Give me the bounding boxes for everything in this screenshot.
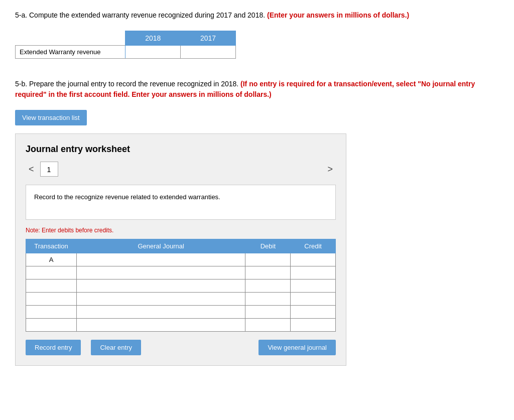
- note-text: Note: Enter debits before credits.: [26, 227, 336, 234]
- worksheet-title: Journal entry worksheet: [26, 144, 336, 155]
- description-box: Record to the recognize revenue related …: [26, 185, 336, 220]
- debit-input-4[interactable]: [247, 309, 288, 316]
- revenue-2017-cell[interactable]: [181, 46, 236, 59]
- debit-cell-2[interactable]: [245, 279, 291, 293]
- debit-input-2[interactable]: [247, 283, 288, 290]
- table-row: [26, 279, 336, 293]
- credit-cell-4[interactable]: [291, 306, 336, 319]
- transaction-cell-3: [26, 293, 77, 306]
- table-row: [26, 306, 336, 319]
- revenue-2018-cell[interactable]: [125, 46, 181, 59]
- credit-cell-2[interactable]: [291, 279, 336, 293]
- next-page-button[interactable]: >: [324, 164, 336, 175]
- table-row: [26, 293, 336, 306]
- section5b-question-text: 5-b. Prepare the journal entry to record…: [15, 80, 238, 88]
- general-journal-cell-5[interactable]: [76, 319, 245, 332]
- general-journal-input-2[interactable]: [79, 283, 243, 290]
- credit-input-1[interactable]: [293, 269, 333, 277]
- section5a-question-text: 5-a. Compute the extended warranty reven…: [15, 11, 265, 19]
- section5a-question: 5-a. Compute the extended warranty reven…: [15, 10, 499, 21]
- credit-input-4[interactable]: [293, 309, 333, 316]
- clear-entry-button[interactable]: Clear entry: [91, 340, 141, 355]
- debit-input-3[interactable]: [247, 296, 288, 303]
- prev-page-button[interactable]: <: [26, 164, 37, 175]
- credit-input-0[interactable]: [293, 256, 333, 264]
- debit-cell-1[interactable]: [245, 266, 291, 279]
- debit-cell-0[interactable]: [245, 253, 291, 266]
- section5b-question: 5-b. Prepare the journal entry to record…: [15, 79, 499, 100]
- transaction-cell-1: [26, 266, 77, 279]
- credit-header: Credit: [291, 239, 336, 253]
- general-journal-cell-1[interactable]: [76, 266, 245, 279]
- description-text: Record to the recognize revenue related …: [34, 193, 220, 201]
- debit-cell-4[interactable]: [245, 306, 291, 319]
- general-journal-cell-2[interactable]: [76, 279, 245, 293]
- button-row: Record entry Clear entry View general jo…: [26, 340, 336, 355]
- debit-cell-3[interactable]: [245, 293, 291, 306]
- debit-input-0[interactable]: [247, 256, 288, 264]
- record-entry-button[interactable]: Record entry: [26, 340, 81, 355]
- view-general-journal-button[interactable]: View general journal: [259, 340, 336, 355]
- revenue-2018-input[interactable]: [130, 48, 176, 56]
- credit-input-3[interactable]: [293, 296, 333, 303]
- general-journal-header: General Journal: [76, 239, 245, 253]
- credit-input-5[interactable]: [293, 322, 333, 329]
- general-journal-input-1[interactable]: [79, 269, 243, 277]
- general-journal-input-0[interactable]: [79, 256, 243, 264]
- revenue-table: 2018 2017 Extended Warranty revenue: [15, 31, 236, 59]
- worksheet-container: Journal entry worksheet < 1 > Record to …: [15, 133, 346, 366]
- general-journal-cell-4[interactable]: [76, 306, 245, 319]
- revenue-2017-input[interactable]: [185, 48, 231, 56]
- transaction-header: Transaction: [26, 239, 77, 253]
- debit-input-5[interactable]: [247, 322, 288, 329]
- col-2017-header: 2017: [181, 31, 236, 46]
- debit-cell-5[interactable]: [245, 319, 291, 332]
- section5a-instruction: (Enter your answers in millions of dolla…: [267, 11, 409, 19]
- table-row: A: [26, 253, 336, 266]
- page-number: 1: [40, 162, 58, 177]
- transaction-cell-0: A: [26, 253, 77, 266]
- debit-header: Debit: [245, 239, 291, 253]
- transaction-cell-5: [26, 319, 77, 332]
- general-journal-cell-0[interactable]: [76, 253, 245, 266]
- table-row: [26, 319, 336, 332]
- credit-cell-5[interactable]: [291, 319, 336, 332]
- extended-warranty-label: Extended Warranty revenue: [16, 46, 125, 59]
- general-journal-input-4[interactable]: [79, 309, 243, 316]
- transaction-cell-2: [26, 279, 77, 293]
- general-journal-cell-3[interactable]: [76, 293, 245, 306]
- view-transaction-button[interactable]: View transaction list: [15, 110, 87, 125]
- transaction-cell-4: [26, 306, 77, 319]
- credit-cell-1[interactable]: [291, 266, 336, 279]
- credit-input-2[interactable]: [293, 283, 333, 290]
- credit-cell-0[interactable]: [291, 253, 336, 266]
- general-journal-input-5[interactable]: [79, 322, 243, 329]
- credit-cell-3[interactable]: [291, 293, 336, 306]
- col-2018-header: 2018: [125, 31, 181, 46]
- nav-row: < 1 >: [26, 162, 336, 177]
- journal-table: Transaction General Journal Debit Credit…: [26, 239, 336, 332]
- debit-input-1[interactable]: [247, 269, 288, 277]
- general-journal-input-3[interactable]: [79, 296, 243, 303]
- table-row: [26, 266, 336, 279]
